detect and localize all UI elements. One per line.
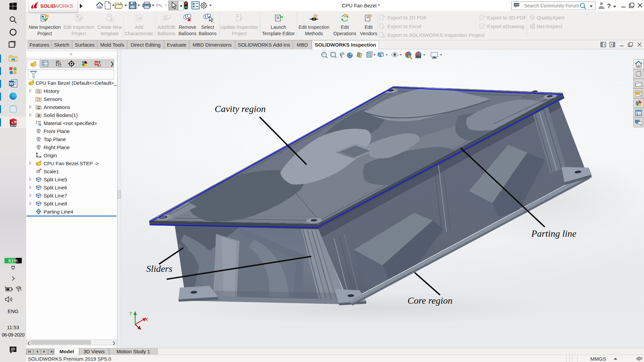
svg-text:Y: Y [129,311,132,316]
svg-text:1: 1 [185,16,187,19]
svg-text:2019: 2019 [10,124,16,127]
svg-text:Core region: Core region [408,295,452,306]
svg-text:1: 1 [205,15,207,18]
svg-text:X: X [145,317,148,322]
svg-text:Sliders: Sliders [146,263,172,274]
svg-text:S: S [11,121,13,124]
svg-text:A: A [38,107,40,109]
svg-text:W: W [14,120,17,123]
svg-text:S: S [95,62,97,65]
svg-text:WORKS: WORKS [54,3,73,9]
svg-text:W: W [9,81,13,86]
svg-text:Cavity region: Cavity region [215,104,266,114]
svg-text:Parting line: Parting line [531,228,577,239]
svg-text:1: 1 [164,17,166,19]
svg-text:SOLID: SOLID [40,3,55,9]
